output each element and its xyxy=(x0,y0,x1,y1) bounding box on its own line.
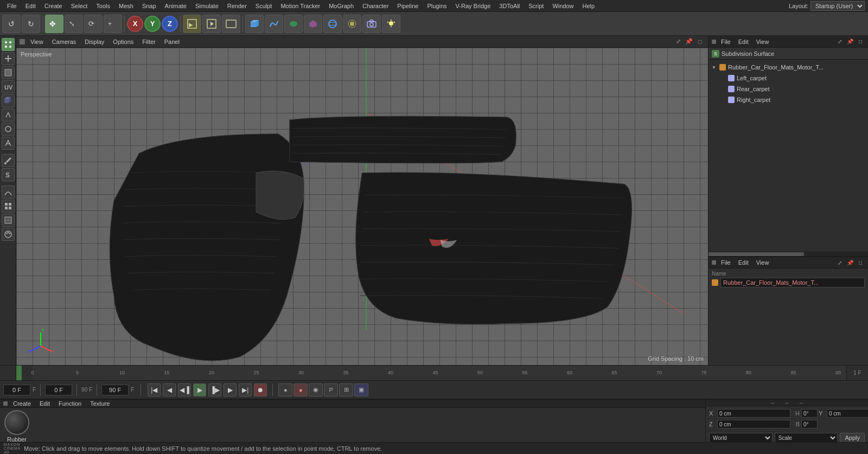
rp-view-menu[interactable]: View xyxy=(754,38,772,46)
viewport-maximize-icon[interactable]: □ xyxy=(695,37,705,47)
scale-tool-button[interactable]: ⤡ xyxy=(65,15,83,33)
viewport-expand-icon[interactable]: ⤢ xyxy=(673,37,683,47)
obj-file-menu[interactable]: File xyxy=(718,259,733,266)
viewport-menu-icon[interactable] xyxy=(20,39,25,44)
menu-render[interactable]: Render xyxy=(224,2,251,10)
spline-button[interactable] xyxy=(265,15,283,33)
y-axis-button[interactable]: Y xyxy=(144,16,161,32)
scene-icon-1[interactable]: ⤢ xyxy=(835,37,844,46)
obj-panel-icon-2[interactable]: 📌 xyxy=(846,258,854,267)
next-play-button[interactable]: ▐▶ xyxy=(208,383,221,397)
menu-pipeline[interactable]: Pipeline xyxy=(393,2,422,10)
render-to-po-button[interactable] xyxy=(222,15,240,33)
obj-edit-menu[interactable]: Edit xyxy=(736,259,751,266)
next-frame-button[interactable]: ▶ xyxy=(224,383,237,397)
sidebar-modeling-1[interactable] xyxy=(2,108,15,122)
menu-animate[interactable]: Animate xyxy=(161,2,190,10)
coord-mode-select[interactable]: World xyxy=(709,433,773,443)
pb-mode-4[interactable]: P xyxy=(324,383,338,397)
tree-item-rear-carpet[interactable]: ▶ Rear_carpet xyxy=(709,84,868,94)
tree-arrow-left[interactable]: ▶ xyxy=(720,76,726,81)
sidebar-modeling-2[interactable] xyxy=(2,123,15,136)
menu-mesh[interactable]: Mesh xyxy=(115,2,137,10)
viewport-menu-options[interactable]: Options xyxy=(110,38,137,46)
menu-file[interactable]: File xyxy=(3,2,21,10)
menu-select[interactable]: Select xyxy=(67,2,92,10)
coord-z-pos-input[interactable] xyxy=(717,420,790,429)
sidebar-mode-uv[interactable]: UV xyxy=(2,80,15,93)
layout-dropdown[interactable]: Startup (User) xyxy=(810,1,865,11)
sidebar-mode-edges[interactable] xyxy=(2,52,15,65)
menu-vray[interactable]: V-Ray Bridge xyxy=(452,2,495,10)
apply-button[interactable]: Apply xyxy=(840,433,865,443)
coord-y-pos-input[interactable] xyxy=(827,409,868,418)
obj-panel-icon[interactable] xyxy=(712,260,716,265)
rubber-material-swatch[interactable] xyxy=(4,410,29,435)
rp-file-menu[interactable]: File xyxy=(718,38,733,46)
scrollbar-thumb[interactable] xyxy=(709,252,804,256)
scale-mode-select[interactable]: Scale xyxy=(775,433,838,443)
x-axis-button[interactable]: X xyxy=(127,16,143,32)
render-view-button[interactable] xyxy=(202,15,221,33)
go-end-button[interactable]: ▶| xyxy=(239,383,252,397)
go-start-button[interactable]: |◀ xyxy=(148,383,161,397)
mat-create-menu[interactable]: Create xyxy=(10,400,34,407)
rotate-tool-button[interactable]: ⟳ xyxy=(84,15,103,33)
scene-objects-button[interactable] xyxy=(343,15,361,33)
coord-b-input[interactable] xyxy=(801,420,818,429)
viewport-pin-icon[interactable]: 📌 xyxy=(684,37,694,47)
viewport-menu-panel[interactable]: Panel xyxy=(161,38,183,46)
cube-button[interactable] xyxy=(245,15,264,33)
mat-edit-menu[interactable]: Edit xyxy=(36,400,53,407)
viewport-menu-cameras[interactable]: Cameras xyxy=(49,38,80,46)
scene-icon-3[interactable]: □ xyxy=(856,37,865,46)
menu-snap[interactable]: Snap xyxy=(138,2,160,10)
prev-play-button[interactable]: ◀▐ xyxy=(178,383,191,397)
transform-tool-button[interactable]: + xyxy=(104,15,122,33)
mat-function-menu[interactable]: Function xyxy=(55,400,85,407)
mat-panel-icon[interactable] xyxy=(3,401,8,406)
pb-mode-3[interactable]: ◉ xyxy=(309,383,323,397)
undo-button[interactable]: ↺ xyxy=(2,15,21,33)
prev-frame-button[interactable]: ◀ xyxy=(163,383,176,397)
sidebar-paint[interactable] xyxy=(2,154,15,167)
menu-sculpt[interactable]: Sculpt xyxy=(252,2,276,10)
sidebar-sculpt[interactable] xyxy=(2,186,15,199)
camera-button[interactable] xyxy=(362,15,381,33)
deformer-button[interactable] xyxy=(304,15,322,33)
right-panel-scrollbar[interactable] xyxy=(709,252,868,257)
menu-help[interactable]: Help xyxy=(579,2,599,10)
menu-character[interactable]: Character xyxy=(359,2,392,10)
menu-3dtoall[interactable]: 3DToAll xyxy=(495,2,524,10)
current-frame-input[interactable] xyxy=(3,385,30,395)
record-button[interactable]: ⏺ xyxy=(254,383,267,397)
viewport-menu-view[interactable]: View xyxy=(27,38,47,46)
sidebar-object-mode[interactable] xyxy=(2,94,15,107)
timeline-start-marker[interactable] xyxy=(16,366,22,380)
sidebar-bake[interactable] xyxy=(2,228,15,241)
play-button[interactable]: ▶ xyxy=(193,383,206,397)
menu-simulate[interactable]: Simulate xyxy=(192,2,222,10)
move-tool-button[interactable]: ✥ xyxy=(45,15,63,33)
sidebar-texture[interactable] xyxy=(2,214,15,227)
sidebar-grid[interactable] xyxy=(2,200,15,213)
pb-mode-2[interactable]: ● xyxy=(293,383,308,397)
obj-view-menu[interactable]: View xyxy=(754,259,772,266)
rubber-material-item[interactable]: Rubber xyxy=(4,410,29,443)
panel-menu-icon[interactable] xyxy=(712,40,716,44)
menu-create[interactable]: Create xyxy=(41,2,66,10)
z-axis-button[interactable]: Z xyxy=(162,16,178,32)
start-frame-input[interactable] xyxy=(45,385,72,395)
tree-item-rubber-group[interactable]: ▼ Rubber_Car_Floor_Mats_Motor_T... xyxy=(709,62,868,73)
menu-script[interactable]: Script xyxy=(525,2,547,10)
pb-mode-5[interactable]: ⊞ xyxy=(339,383,353,397)
menu-edit[interactable]: Edit xyxy=(22,2,40,10)
viewport-menu-display[interactable]: Display xyxy=(81,38,107,46)
nurbs-button[interactable] xyxy=(284,15,303,33)
sidebar-s[interactable]: S xyxy=(2,168,15,181)
scene-icon-2[interactable]: 📌 xyxy=(846,37,854,46)
obj-panel-icon-3[interactable]: □ xyxy=(856,258,865,267)
mat-texture-menu[interactable]: Texture xyxy=(87,400,113,407)
menu-mograph[interactable]: MoGraph xyxy=(325,2,358,10)
sidebar-modeling-3[interactable] xyxy=(2,137,15,150)
